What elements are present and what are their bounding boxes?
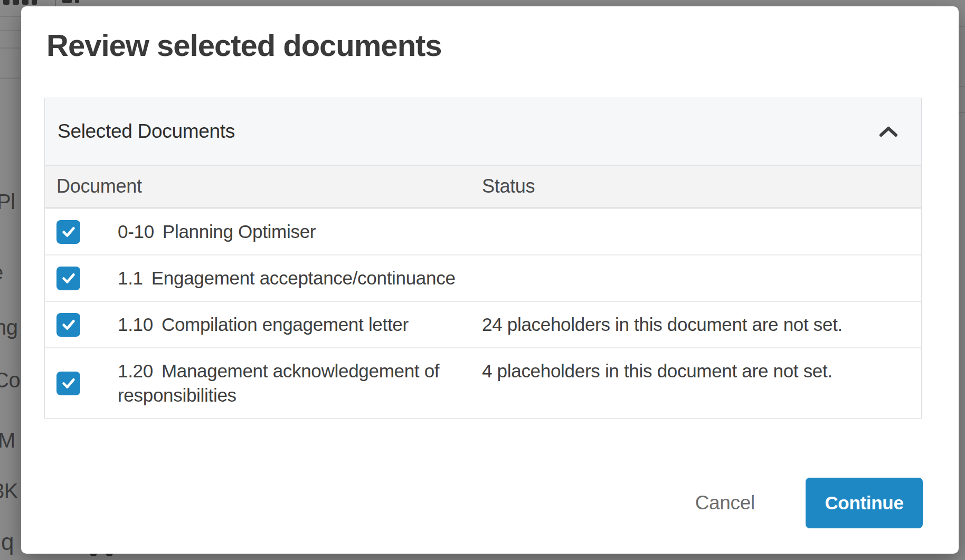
document-status: 24 placeholders in this document are not… (482, 312, 921, 337)
checkmark-icon (60, 270, 77, 287)
background-divider (0, 78, 21, 79)
document-name: 1.1Engagement acceptance/continuance (118, 266, 482, 290)
document-name: 1.10Compilation engagement letter (118, 312, 482, 337)
document-name: 1.20Management acknowledgement of respon… (118, 359, 482, 407)
dialog-footer: Cancel Continue (695, 478, 923, 528)
screen: Pl e ng Co M 3K q Review selected docume… (0, 0, 965, 560)
table-row: 1.20Management acknowledgement of respon… (45, 347, 921, 418)
background-toolbar-fragment (3, 0, 10, 5)
document-checkbox[interactable] (56, 313, 80, 337)
background-toolbar-fragment (75, 0, 79, 3)
background-toolbar-fragment (32, 0, 37, 5)
background-toolbar-fragment (13, 0, 19, 5)
column-header-status: Status (482, 175, 921, 197)
dialog-title: Review selected documents (46, 27, 442, 63)
background-text-fragment: q (1, 529, 14, 555)
selected-documents-panel: Selected Documents Document Status 0-10P (44, 98, 922, 419)
background-toolbar-fragment (62, 0, 72, 3)
document-checkbox[interactable] (56, 372, 80, 395)
document-status: 4 placeholders in this document are not … (482, 359, 921, 383)
background-divider (0, 48, 21, 49)
background-text-fragment: Pl (0, 190, 15, 214)
section-title: Selected Documents (58, 120, 235, 143)
background-text-fragment: Co (0, 368, 20, 392)
checkmark-icon (60, 223, 77, 240)
table-row: 1.1Engagement acceptance/continuance (45, 254, 921, 301)
background-toolbar-fragment (22, 0, 29, 5)
selected-documents-section-header[interactable]: Selected Documents (45, 98, 921, 165)
chevron-up-icon[interactable] (878, 125, 899, 138)
background-text-fragment: 3K (0, 479, 18, 503)
document-name: 0-10Planning Optimiser (118, 220, 482, 244)
checkmark-icon (60, 375, 77, 392)
background-text-fragment: M (0, 429, 15, 452)
background-text-fragment: ng (0, 316, 18, 339)
table-row: 0-10Planning Optimiser (45, 208, 921, 254)
background-divider (0, 16, 21, 17)
checkmark-icon (60, 316, 77, 333)
cancel-button[interactable]: Cancel (695, 492, 755, 514)
table-row: 1.10Compilation engagement letter 24 pla… (45, 301, 921, 347)
background-divider (959, 26, 965, 27)
document-checkbox[interactable] (56, 267, 80, 290)
background-divider (0, 30, 21, 31)
background-toolbar-divider (55, 0, 56, 6)
background-text-fragment: e (0, 261, 3, 284)
background-divider (959, 112, 965, 113)
document-checkbox[interactable] (56, 220, 80, 244)
continue-button[interactable]: Continue (806, 478, 923, 528)
background-divider (959, 86, 965, 87)
column-header-document: Document (56, 175, 482, 197)
review-documents-dialog: Review selected documents Selected Docum… (21, 6, 959, 554)
table-header-row: Document Status (45, 165, 921, 208)
